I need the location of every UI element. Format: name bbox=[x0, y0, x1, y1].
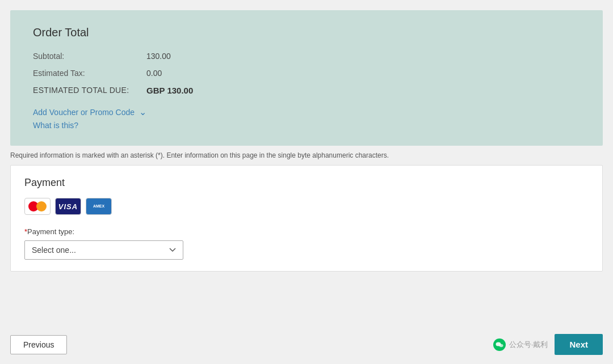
watermark-text: 公众号·戴利 bbox=[509, 340, 548, 350]
payment-section: Payment VISA AMEX *Payment type: Select … bbox=[10, 165, 603, 272]
subtotal-row: Subtotal: 130.00 bbox=[33, 52, 580, 61]
visa-icon: VISA bbox=[55, 198, 81, 215]
next-button[interactable]: Next bbox=[555, 334, 603, 355]
order-total-title: Order Total bbox=[33, 26, 580, 39]
page-wrapper: Order Total Subtotal: 130.00 Estimated T… bbox=[0, 0, 613, 364]
card-icons-row: VISA AMEX bbox=[24, 198, 589, 215]
voucher-link[interactable]: Add Voucher or Promo Code bbox=[33, 108, 135, 117]
payment-title: Payment bbox=[24, 177, 589, 189]
total-due-value: GBP 130.00 bbox=[146, 86, 193, 95]
tax-label: Estimated Tax: bbox=[33, 69, 146, 78]
payment-type-text: Payment type: bbox=[27, 227, 74, 236]
wechat-logo-icon bbox=[493, 338, 506, 351]
what-is-this-link[interactable]: What is this? bbox=[33, 121, 580, 130]
voucher-row: Add Voucher or Promo Code ⌄ bbox=[33, 107, 580, 117]
info-text: Required information is marked with an a… bbox=[0, 146, 613, 165]
subtotal-label: Subtotal: bbox=[33, 52, 146, 61]
footer-right: 公众号·戴利 Next bbox=[493, 334, 603, 355]
total-due-row: ESTIMATED TOTAL DUE: GBP 130.00 bbox=[33, 86, 580, 95]
subtotal-value: 130.00 bbox=[146, 52, 192, 61]
tax-row: Estimated Tax: 0.00 bbox=[33, 69, 580, 78]
amex-icon: AMEX bbox=[86, 198, 112, 215]
watermark: 公众号·戴利 bbox=[493, 338, 548, 351]
payment-type-select[interactable]: Select one... Credit Card Debit Card Pay… bbox=[24, 240, 183, 260]
payment-type-label: *Payment type: bbox=[24, 227, 589, 236]
previous-button[interactable]: Previous bbox=[10, 335, 67, 354]
chevron-down-icon: ⌄ bbox=[139, 107, 146, 117]
footer: Previous 公众号·戴利 Next bbox=[0, 325, 613, 364]
total-due-label: ESTIMATED TOTAL DUE: bbox=[33, 86, 146, 95]
svg-point-1 bbox=[499, 344, 503, 346]
mastercard-icon bbox=[24, 198, 51, 215]
tax-value: 0.00 bbox=[146, 69, 192, 78]
order-total-section: Order Total Subtotal: 130.00 Estimated T… bbox=[10, 10, 603, 146]
